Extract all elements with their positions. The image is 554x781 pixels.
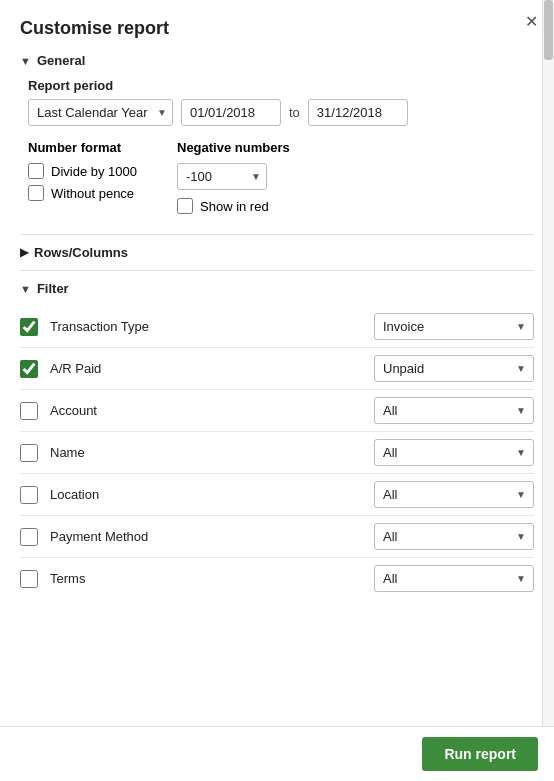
scrollbar-thumb[interactable] (544, 0, 553, 60)
without-pence-label: Without pence (51, 186, 134, 201)
filter-checkbox-payment-method[interactable] (20, 528, 38, 546)
number-format-label: Number format (28, 140, 137, 155)
without-pence-row: Without pence (28, 185, 137, 201)
filter-select-wrap-location: All▼ (374, 481, 534, 508)
filter-select-wrap-name: All▼ (374, 439, 534, 466)
filter-select-location[interactable]: All (374, 481, 534, 508)
filter-select-ar-paid[interactable]: UnpaidAllPaid (374, 355, 534, 382)
filter-checkbox-terms[interactable] (20, 570, 38, 588)
neg-select-wrap: -100 -100 (red) (100) ▼ (177, 163, 267, 190)
filter-select-account[interactable]: All (374, 397, 534, 424)
show-in-red-checkbox[interactable] (177, 198, 193, 214)
filter-name-terms: Terms (50, 571, 362, 586)
filter-select-wrap-payment-method: All▼ (374, 523, 534, 550)
customise-report-panel: ✕ Customise report ▼ General Report peri… (0, 0, 554, 781)
filter-select-wrap-account: All▼ (374, 397, 534, 424)
filter-row: Payment MethodAll▼ (20, 516, 534, 558)
report-period-label: Report period (28, 78, 534, 93)
filter-row: Transaction TypeInvoiceAllCredit NotePay… (20, 306, 534, 348)
show-in-red-label: Show in red (200, 199, 269, 214)
filter-name-location: Location (50, 487, 362, 502)
negative-format-select[interactable]: -100 -100 (red) (100) (177, 163, 267, 190)
filter-checkbox-location[interactable] (20, 486, 38, 504)
divide-by-1000-row: Divide by 1000 (28, 163, 137, 179)
filter-checkbox-transaction-type[interactable] (20, 318, 38, 336)
filter-select-wrap-ar-paid: UnpaidAllPaid▼ (374, 355, 534, 382)
filter-select-payment-method[interactable]: All (374, 523, 534, 550)
filter-select-wrap-terms: All▼ (374, 565, 534, 592)
without-pence-checkbox[interactable] (28, 185, 44, 201)
filter-name-ar-paid: A/R Paid (50, 361, 362, 376)
date-from-input[interactable] (181, 99, 281, 126)
divider-1 (20, 234, 534, 235)
show-in-red-row: Show in red (177, 198, 269, 214)
number-format-col: Number format Divide by 1000 Without pen… (28, 140, 137, 220)
close-button[interactable]: ✕ (525, 12, 538, 31)
filter-rows-container: Transaction TypeInvoiceAllCredit NotePay… (20, 306, 534, 599)
neg-select-row: -100 -100 (red) (100) ▼ (177, 163, 267, 190)
divide-by-1000-label: Divide by 1000 (51, 164, 137, 179)
filter-checkbox-ar-paid[interactable] (20, 360, 38, 378)
filter-select-terms[interactable]: All (374, 565, 534, 592)
filter-section-header[interactable]: ▼ Filter (20, 281, 534, 296)
filter-checkbox-account[interactable] (20, 402, 38, 420)
filter-name-name: Name (50, 445, 362, 460)
filter-select-transaction-type[interactable]: InvoiceAllCredit NotePayment (374, 313, 534, 340)
divide-by-1000-checkbox[interactable] (28, 163, 44, 179)
run-btn-bar: Run report (0, 726, 554, 781)
filter-name-payment-method: Payment Method (50, 529, 362, 544)
number-format-section: Number format Divide by 1000 Without pen… (28, 140, 534, 220)
period-select-wrap: Last Calendar Year This Year This Quarte… (28, 99, 173, 126)
filter-row: AccountAll▼ (20, 390, 534, 432)
filter-row: LocationAll▼ (20, 474, 534, 516)
filter-row: A/R PaidUnpaidAllPaid▼ (20, 348, 534, 390)
general-label: General (37, 53, 85, 68)
filter-arrow-icon: ▼ (20, 283, 31, 295)
filter-label: Filter (37, 281, 69, 296)
filter-row: TermsAll▼ (20, 558, 534, 599)
panel-title: Customise report (20, 18, 534, 39)
run-report-button[interactable]: Run report (422, 737, 538, 771)
negative-numbers-label: Negative numbers (177, 140, 290, 155)
report-period-heading: Report period (28, 78, 534, 93)
general-arrow-icon: ▼ (20, 55, 31, 67)
filter-name-transaction-type: Transaction Type (50, 319, 362, 334)
period-select[interactable]: Last Calendar Year This Year This Quarte… (28, 99, 173, 126)
date-to-input[interactable] (308, 99, 408, 126)
report-period-row: Last Calendar Year This Year This Quarte… (28, 99, 534, 126)
filter-select-name[interactable]: All (374, 439, 534, 466)
negative-numbers-col: Negative numbers -100 -100 (red) (100) ▼ (177, 140, 290, 220)
filter-name-account: Account (50, 403, 362, 418)
general-section-content: Report period Last Calendar Year This Ye… (20, 78, 534, 220)
rows-columns-label: Rows/Columns (34, 245, 128, 260)
rows-columns-header[interactable]: ▶ Rows/Columns (20, 245, 534, 260)
filter-row: NameAll▼ (20, 432, 534, 474)
filter-select-wrap-transaction-type: InvoiceAllCredit NotePayment▼ (374, 313, 534, 340)
rows-columns-arrow-icon: ▶ (20, 246, 28, 259)
divider-2 (20, 270, 534, 271)
scrollbar[interactable] (542, 0, 554, 781)
filter-checkbox-name[interactable] (20, 444, 38, 462)
general-section-header[interactable]: ▼ General (20, 53, 534, 68)
to-label: to (289, 105, 300, 120)
negative-numbers-controls: -100 -100 (red) (100) ▼ Show in red (177, 163, 290, 220)
